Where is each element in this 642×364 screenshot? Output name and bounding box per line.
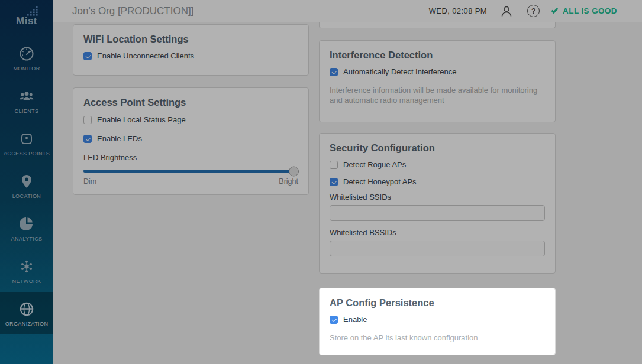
card-title: Security Configuration [330, 142, 545, 154]
check-icon [551, 6, 559, 13]
slider-end-labels: Dim Bright [83, 177, 298, 186]
interference-detection-card: Interference Detection Automatically Det… [319, 40, 556, 122]
settings-page: WiFi Location Settings Enable Unconnecte… [53, 22, 642, 364]
ap-config-enable-row: Enable [330, 315, 545, 324]
top-header: Jon's Org [PRODUCTION]] WED, 02:08 PM ? … [53, 0, 642, 22]
checkbox-label: Enable [343, 315, 367, 324]
checkbox-label: Detect Rogue APs [343, 160, 406, 169]
whitelisted-ssids-input[interactable] [330, 205, 545, 221]
access-point-icon [18, 130, 36, 148]
access-point-settings-card: Access Point Settings Enable Local Statu… [73, 87, 309, 195]
right-column: Interference Detection Automatically Det… [319, 22, 556, 355]
slider-min-label: Dim [83, 177, 96, 186]
sidebar-item-location[interactable]: LOCATION [0, 164, 53, 207]
checkbox-label: Enable Local Status Page [97, 115, 186, 124]
card-title: AP Config Persistence [330, 297, 545, 308]
slider-handle[interactable] [289, 166, 299, 176]
whitelisted-bssids-input[interactable] [330, 240, 545, 256]
sidebar-item-label: ANALYTICS [11, 236, 43, 242]
sidebar-item-label: ACCESS POINTS [4, 151, 50, 157]
interference-description: Interference information will be made av… [330, 86, 545, 105]
sidebar-item-network[interactable]: NETWORK [0, 249, 53, 292]
sidebar-item-label: ORGANIZATION [5, 321, 49, 327]
status-badge[interactable]: ALL IS GOOD [551, 6, 617, 15]
enable-unconnected-clients-row: Enable Unconnected Clients [83, 51, 298, 60]
led-brightness-slider[interactable] [83, 170, 298, 173]
sidebar-item-label: NETWORK [12, 278, 41, 284]
detect-rogue-aps-row: Detect Rogue APs [330, 160, 545, 169]
detect-rogue-aps-checkbox[interactable] [330, 161, 338, 169]
auto-detect-interference-checkbox[interactable] [330, 68, 338, 76]
sidebar-item-label: LOCATION [12, 193, 41, 199]
enable-local-status-page-row: Enable Local Status Page [83, 115, 298, 124]
status-text: ALL IS GOOD [563, 6, 617, 15]
card-title: WiFi Location Settings [83, 33, 298, 45]
card-title: Interference Detection [330, 49, 545, 61]
sidebar-item-organization[interactable]: ORGANIZATION [0, 292, 53, 334]
ap-config-persistence-card: AP Config Persistence Enable Store on th… [319, 288, 556, 355]
mist-logo-text: Mist [16, 15, 37, 27]
security-configuration-card: Security Configuration Detect Rogue APs … [319, 133, 556, 274]
wifi-location-settings-card: WiFi Location Settings Enable Unconnecte… [73, 24, 309, 76]
clock-text: WED, 02:08 PM [429, 6, 487, 15]
mist-logo[interactable]: Mist [0, 0, 53, 37]
checkbox-label: Enable Unconnected Clients [97, 51, 194, 60]
sidebar-item-label: CLIENTS [15, 108, 39, 114]
whitelisted-bssids-label: Whitelisted BSSIDs [330, 229, 545, 237]
left-column: WiFi Location Settings Enable Unconnecte… [73, 24, 309, 195]
gauge-icon [18, 45, 36, 63]
sidebar-item-monitor[interactable]: MONITOR [0, 37, 53, 79]
sidebar: Mist MONITOR [0, 0, 53, 364]
enable-leds-row: Enable LEDs [83, 134, 298, 143]
sidebar-item-access-points[interactable]: ACCESS POINTS [0, 122, 53, 164]
led-brightness-label: LED Brightness [83, 153, 298, 162]
network-nodes-icon [18, 258, 36, 275]
slider-fill [83, 170, 294, 173]
enable-local-status-page-checkbox[interactable] [83, 116, 92, 124]
whitelisted-ssids-label: Whitelisted SSIDs [330, 193, 545, 202]
account-icon[interactable] [500, 5, 513, 18]
enable-leds-checkbox[interactable] [83, 135, 92, 143]
checkbox-label: Automatically Detect Interference [343, 67, 456, 76]
enable-unconnected-clients-checkbox[interactable] [83, 52, 92, 60]
auto-detect-interference-row: Automatically Detect Interference [330, 67, 545, 76]
ap-config-enable-checkbox[interactable] [330, 316, 338, 324]
help-icon[interactable]: ? [527, 5, 540, 17]
sidebar-item-label: MONITOR [13, 66, 40, 72]
help-glyph: ? [531, 7, 535, 15]
card-title: Access Point Settings [83, 96, 298, 108]
cut-off-card-bottom [319, 22, 556, 28]
slider-max-label: Bright [279, 177, 298, 186]
detect-honeypot-aps-row: Detect Honeypot APs [330, 177, 545, 186]
mist-logo-dots-icon [27, 6, 38, 16]
clients-icon [18, 87, 36, 105]
sidebar-item-analytics[interactable]: ANALYTICS [0, 207, 53, 249]
ap-config-description: Store on the AP its last known configura… [330, 333, 545, 343]
detect-honeypot-aps-checkbox[interactable] [330, 178, 338, 186]
globe-icon [18, 300, 36, 318]
sidebar-item-clients[interactable]: CLIENTS [0, 79, 53, 122]
location-pin-icon [18, 173, 36, 190]
checkbox-label: Enable LEDs [97, 134, 142, 143]
checkbox-label: Detect Honeypot APs [343, 177, 417, 186]
pie-chart-icon [18, 215, 36, 233]
org-title: Jon's Org [PRODUCTION]] [72, 5, 193, 17]
